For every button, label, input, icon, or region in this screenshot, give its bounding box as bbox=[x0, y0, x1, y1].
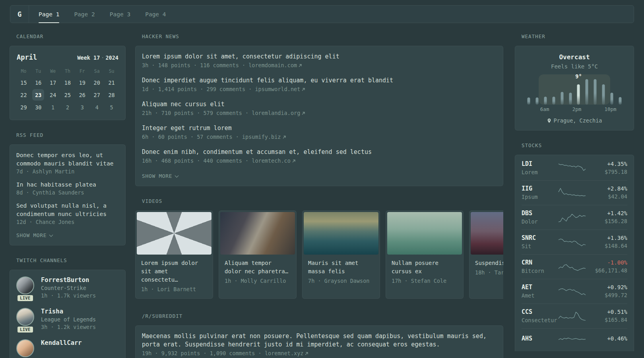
story-meta: 1d · 1,414 points · 299 comments · ipsum… bbox=[142, 86, 497, 92]
calendar-day[interactable]: 4 bbox=[89, 101, 104, 113]
rss-item-title[interactable]: Donec tempor eros leo, ut commodo mauris… bbox=[16, 151, 119, 168]
stock-change: +4.35% bbox=[605, 161, 627, 167]
calendar-day[interactable]: 30 bbox=[31, 101, 46, 113]
rss-item-title[interactable]: In hac habitasse platea bbox=[16, 181, 119, 189]
show-more-label: SHOW MORE bbox=[142, 173, 172, 179]
subreddit-section: /R/SUBREDDIT Maecenas mollis pulvinar er… bbox=[135, 313, 503, 358]
calendar-day[interactable]: 20 bbox=[89, 76, 104, 89]
rss-show-more-button[interactable]: SHOW MORE bbox=[16, 232, 52, 238]
video-card[interactable]: Lorem ipsum dolor sit amet consectetu…1h… bbox=[135, 210, 213, 299]
calendar-day[interactable]: 2 bbox=[60, 101, 75, 113]
stock-row[interactable]: AETAmet+0.92%$499.72 bbox=[522, 279, 627, 304]
video-card[interactable]: Mauris sit amet massa felis7h · Grayson … bbox=[302, 210, 380, 299]
calendar-day[interactable]: 27 bbox=[89, 89, 104, 101]
rss-item-list: Donec tempor eros leo, ut commodo mauris… bbox=[16, 151, 119, 225]
story-title[interactable]: Aliquam nec cursus elit bbox=[142, 100, 497, 109]
hour-bar bbox=[528, 97, 530, 105]
calendar-day[interactable]: 19 bbox=[75, 76, 89, 89]
calendar-day[interactable]: 1 bbox=[46, 101, 60, 113]
video-title[interactable]: Lorem ipsum dolor sit amet consectetu… bbox=[141, 259, 207, 284]
page-content: CALENDAR April Week 17·2024 MoTuWeThFrSa… bbox=[10, 33, 634, 358]
stock-price: $165.84 bbox=[605, 317, 627, 323]
stock-row[interactable]: IIGIpsum+2.84%$42.04 bbox=[522, 180, 627, 205]
weather-condition: Overcast bbox=[522, 53, 627, 61]
calendar-day[interactable]: 5 bbox=[104, 101, 119, 113]
twitch-channel-text: KendallCarr bbox=[41, 339, 82, 357]
story-domain-link[interactable]: ipsumworld.net bbox=[255, 86, 300, 92]
stock-row[interactable]: CRNBitcorn-1.00%$66,171.48 bbox=[522, 254, 627, 279]
calendar-day[interactable]: 21 bbox=[104, 76, 119, 89]
story-domain-link[interactable]: ipsumify.biz bbox=[242, 134, 281, 140]
video-title[interactable]: Suspendisse diam bbox=[475, 259, 503, 267]
story-title[interactable]: Lorem ipsum dolor sit amet, consectetur … bbox=[142, 53, 497, 61]
calendar-day[interactable]: 17 bbox=[46, 76, 60, 89]
video-card[interactable]: Aliquam tempor dolor nec pharetra…1h · M… bbox=[219, 210, 297, 299]
stock-row[interactable]: AHS+0.46% bbox=[522, 328, 627, 350]
story-domain-link[interactable]: loremdomain.com bbox=[248, 62, 297, 68]
video-card-body: Nullam posuere cursus ex17h · Stefan Col… bbox=[387, 255, 462, 289]
subreddit-post: Maecenas mollis pulvinar erat non posuer… bbox=[142, 332, 497, 356]
tab-page-4[interactable]: Page 4 bbox=[145, 6, 166, 23]
tab-page-2[interactable]: Page 2 bbox=[74, 6, 95, 23]
twitch-channel-row[interactable]: LIVEForrestBurtonCounter-Strike1h · 1.7k… bbox=[16, 276, 119, 299]
stock-sparkline bbox=[558, 285, 586, 298]
twitch-channel-game: League of Legends bbox=[41, 316, 96, 323]
stock-row[interactable]: LDILorem+4.35%$795.18 bbox=[522, 156, 627, 180]
calendar-day[interactable]: 24 bbox=[46, 89, 60, 101]
video-card[interactable]: Suspendisse diam18h · Tara bbox=[469, 210, 503, 299]
video-title[interactable]: Aliquam tempor dolor nec pharetra… bbox=[225, 259, 291, 276]
calendar-day[interactable]: 28 bbox=[104, 89, 119, 101]
stock-row[interactable]: SNRCSit+1.36%$148.64 bbox=[522, 230, 627, 254]
stock-row[interactable]: DBSDolor+1.42%$156.28 bbox=[522, 205, 627, 230]
video-title[interactable]: Nullam posuere cursus ex bbox=[392, 259, 458, 276]
hacker-news-item: Integer eget rutrum lorem6h · 60 points … bbox=[142, 124, 497, 140]
app-logo[interactable]: G bbox=[10, 6, 29, 23]
rss-item-title[interactable]: Sed volutpat nulla nisl, a condimentum n… bbox=[16, 202, 119, 218]
show-more-label: SHOW MORE bbox=[16, 232, 47, 238]
story-title[interactable]: Integer eget rutrum lorem bbox=[142, 124, 497, 132]
story-title[interactable]: Donec imperdiet augue tincidunt felis al… bbox=[142, 76, 497, 85]
post-title[interactable]: Maecenas mollis pulvinar erat non posuer… bbox=[142, 332, 497, 349]
avatar-wrap bbox=[16, 339, 35, 357]
rss-item: In hac habitasse platea8d · Cynthia Saun… bbox=[16, 181, 119, 196]
twitch-channel-row[interactable]: KendallCarr bbox=[16, 339, 119, 357]
story-domain-link[interactable]: loremtech.co bbox=[252, 158, 291, 164]
stock-ticker: CCS bbox=[522, 308, 558, 315]
weather-location[interactable]: Prague, Czechia bbox=[522, 117, 627, 124]
hour-bar-slot bbox=[566, 79, 574, 105]
hour-bar bbox=[586, 79, 588, 105]
stock-sparkline bbox=[558, 333, 586, 346]
stock-price: $148.64 bbox=[605, 243, 627, 249]
calendar-day[interactable]: 29 bbox=[16, 101, 31, 113]
story-title[interactable]: Donec enim nibh, condimentum et accumsan… bbox=[142, 148, 497, 156]
rss-card: Donec tempor eros leo, ut commodo mauris… bbox=[10, 144, 126, 245]
stocks-section: STOCKS LDILorem+4.35%$795.18IIGIpsum+2.8… bbox=[515, 142, 634, 351]
story-domain-link[interactable]: loremlandia.org bbox=[252, 110, 300, 116]
twitch-channel-name[interactable]: Trisha bbox=[41, 308, 96, 315]
calendar-day[interactable]: 3 bbox=[75, 101, 89, 113]
hour-label bbox=[525, 106, 532, 113]
tab-page-1[interactable]: Page 1 bbox=[39, 6, 59, 23]
post-domain-link[interactable]: loremnet.xyz bbox=[265, 350, 304, 356]
calendar-day[interactable]: 16 bbox=[31, 76, 46, 89]
rss-item: Donec tempor eros leo, ut commodo mauris… bbox=[16, 151, 119, 175]
twitch-channel-row[interactable]: LIVETrishaLeague of Legends3h · 1.2k vie… bbox=[16, 308, 119, 330]
calendar-day-selected[interactable]: 23 bbox=[31, 89, 46, 101]
twitch-channel-name[interactable]: KendallCarr bbox=[41, 339, 82, 346]
video-card-strip[interactable]: Lorem ipsum dolor sit amet consectetu…1h… bbox=[135, 210, 503, 299]
tab-page-3[interactable]: Page 3 bbox=[110, 6, 130, 23]
video-card[interactable]: Nullam posuere cursus ex17h · Stefan Col… bbox=[386, 210, 464, 299]
calendar-day[interactable]: 25 bbox=[60, 89, 75, 101]
calendar-day[interactable]: 22 bbox=[16, 89, 31, 101]
calendar-day[interactable]: 18 bbox=[60, 76, 75, 89]
twitch-channel-name[interactable]: ForrestBurton bbox=[41, 276, 96, 284]
hour-bar-slot bbox=[533, 79, 541, 105]
story-meta: 6h · 60 points · 57 comments · ipsumify.… bbox=[142, 134, 497, 140]
calendar-week-number: Week 17 bbox=[77, 54, 100, 61]
hn-show-more-button[interactable]: SHOW MORE bbox=[142, 173, 178, 179]
calendar-day[interactable]: 15 bbox=[16, 76, 31, 89]
avatar bbox=[16, 276, 34, 294]
video-title[interactable]: Mauris sit amet massa felis bbox=[308, 259, 374, 276]
calendar-day[interactable]: 26 bbox=[75, 89, 89, 101]
stock-row[interactable]: CCSConsectetur+0.51%$165.84 bbox=[522, 304, 627, 328]
